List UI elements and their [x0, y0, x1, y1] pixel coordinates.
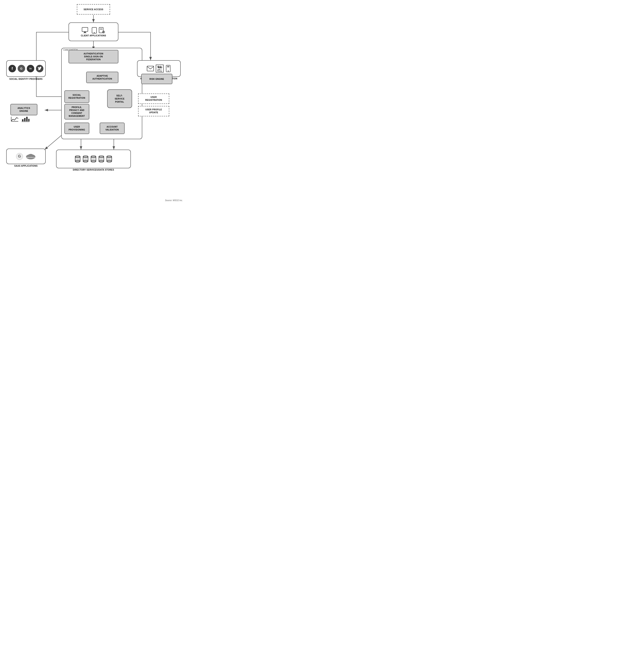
source-text: Source: WSO2 Inc.	[165, 199, 183, 201]
svg-rect-34	[26, 117, 28, 121]
auth-sso-box: AUTHENTICATION SINGLE-SIGN-ON FEDERATION	[69, 50, 118, 63]
analytics-engine-box: ANALYTICS ENGINE	[10, 104, 38, 115]
adaptive-auth-label: ADAPTIVE AUTHENTICATION	[92, 74, 112, 81]
db-icon-1	[74, 155, 81, 163]
self-service-portal-label: SELF- SERVICE PORTAL	[115, 94, 124, 104]
user-registration-box: USER REGISTRATION	[138, 93, 169, 104]
user-provisioning-label: USER PROVISIONING	[69, 126, 85, 131]
user-provisioning-box: USER PROVISIONING	[64, 123, 89, 134]
social-identity-box: f G in	[6, 60, 46, 77]
profile-privacy-label: PROFILE, PRIVACY AND CONSENT MANAGEMENT	[69, 106, 85, 117]
bar-chart-icon	[21, 116, 29, 122]
svg-rect-44	[147, 66, 154, 71]
service-access-label: SERVICE ACCESS	[84, 8, 104, 10]
analytics-engine-label: ANALYTICS ENGINE	[18, 107, 30, 113]
svg-rect-35	[28, 119, 29, 121]
saas-applications-label: SAAS APPLICATIONS	[6, 165, 46, 167]
database-icons-row	[74, 155, 112, 163]
db-icon-5	[106, 155, 112, 163]
risk-engine-label: RISK ENGINE	[150, 78, 164, 80]
account-validation-label: ACCOUNT VALIDATION	[106, 126, 119, 131]
db-icon-3	[90, 155, 97, 163]
client-applications-label: CLIENT APPLICATIONS	[81, 35, 106, 37]
social-identity-label: SOCIAL IDENTITY PROVIDERS	[6, 78, 46, 80]
client-applications-box: CLIENT APPLICATIONS	[69, 22, 118, 41]
risk-engine-box: RISK ENGINE	[141, 74, 172, 84]
salesforce-icon: salesforce	[25, 153, 36, 160]
db-icon-2	[83, 155, 89, 163]
auth-sso-label: AUTHENTICATION SINGLE-SIGN-ON FEDERATION	[84, 52, 103, 61]
monitor-icon	[82, 27, 90, 34]
social-registration-box: SOCIAL REGISTRATION	[64, 90, 89, 103]
social-icons-row: f G in	[8, 65, 43, 72]
twitter-icon	[36, 65, 43, 72]
user-profile-update-box: USER PROFILE UPDATE	[138, 106, 169, 116]
svg-text:G: G	[18, 154, 21, 158]
sms-icon: SMS	[165, 65, 171, 72]
google-saas-icon: G	[16, 153, 23, 160]
tablet-icon	[92, 27, 97, 34]
facebook-icon: f	[8, 65, 16, 72]
directory-services-label: DIRECTORY SERVICES/DATA STORES	[56, 169, 131, 171]
svg-rect-17	[84, 31, 86, 32]
line-chart-icon	[10, 116, 19, 122]
linkedin-icon: in	[27, 65, 34, 72]
db-icon-4	[98, 155, 105, 163]
svg-text:salesforce: salesforce	[26, 156, 35, 158]
google-icon: G	[18, 65, 25, 72]
diagram-container: SERVICE ACCESS	[0, 0, 187, 204]
service-access-box: SERVICE ACCESS	[77, 4, 110, 15]
client-app-icons	[82, 27, 105, 34]
svg-text:SMS: SMS	[167, 66, 169, 68]
user-registration-label: USER REGISTRATION	[145, 96, 162, 102]
document-gear-icon	[99, 27, 105, 34]
svg-point-25	[103, 31, 104, 32]
adaptive-auth-box: ADAPTIVE AUTHENTICATION	[86, 72, 118, 83]
fido-badge: fido U2F™ Ready	[156, 65, 164, 72]
account-validation-box: ACCOUNT VALIDATION	[100, 123, 124, 134]
self-service-portal-box: SELF- SERVICE PORTAL	[107, 89, 132, 108]
user-profile-update-label: USER PROFILE UPDATE	[145, 108, 162, 114]
email-icon	[146, 66, 154, 71]
svg-point-48	[168, 70, 169, 71]
svg-rect-18	[84, 32, 86, 33]
svg-rect-33	[24, 118, 26, 121]
analytics-icons	[10, 116, 29, 122]
svg-point-20	[94, 32, 95, 33]
svg-rect-32	[22, 119, 23, 121]
profile-privacy-box: PROFILE, PRIVACY AND CONSENT MANAGEMENT	[64, 104, 89, 119]
saas-applications-box: G salesforce	[6, 149, 46, 164]
social-registration-label: SOCIAL REGISTRATION	[69, 94, 85, 100]
svg-rect-16	[82, 27, 88, 31]
directory-services-box	[56, 150, 131, 168]
